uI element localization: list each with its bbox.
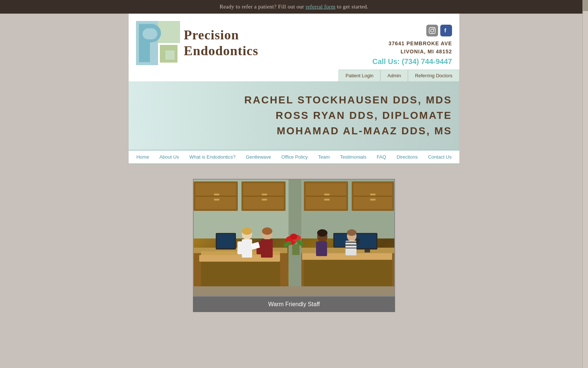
nav-testimonials[interactable]: Testimonials (335, 151, 372, 163)
social-icons: f (372, 25, 452, 36)
nav-gentlewave[interactable]: Gentlewave (241, 151, 276, 163)
svg-rect-50 (217, 234, 235, 248)
svg-point-64 (290, 234, 297, 240)
nav-faq[interactable]: FAQ (372, 151, 391, 163)
svg-rect-17 (214, 199, 219, 201)
svg-point-8 (431, 29, 434, 32)
top-banner: Ready to refer a patient? Fill out our r… (0, 0, 588, 14)
nav-bar: Home About Us What is Endodontics? Gentl… (129, 150, 459, 164)
banner-text-after: to get started. (336, 4, 369, 10)
address-line2: LIVONIA, MI 48152 (372, 47, 452, 56)
svg-rect-27 (324, 199, 330, 201)
facebook-icon[interactable]: f (440, 25, 452, 36)
svg-rect-53 (237, 241, 243, 254)
svg-text:f: f (444, 27, 447, 33)
photo-caption: Warm Friendly Staff (193, 297, 395, 312)
svg-rect-78 (194, 286, 395, 297)
svg-point-75 (347, 229, 356, 236)
svg-rect-46 (365, 250, 370, 252)
scrollbar[interactable] (582, 0, 588, 368)
admin-tab[interactable]: Admin (380, 70, 408, 81)
svg-rect-4 (143, 28, 157, 39)
svg-rect-59 (267, 241, 272, 254)
logo-title: Precision Endodontics (184, 27, 258, 59)
svg-point-69 (317, 229, 327, 237)
svg-rect-68 (316, 241, 327, 256)
nav-team[interactable]: Team (313, 151, 335, 163)
office-photo-svg (194, 180, 395, 297)
svg-rect-61 (292, 244, 300, 255)
svg-point-55 (242, 227, 252, 235)
svg-rect-54 (247, 241, 252, 254)
svg-rect-31 (370, 194, 376, 195)
instagram-icon[interactable] (426, 25, 438, 36)
svg-point-9 (433, 28, 434, 29)
hero-line3: MOHAMAD AL-MAAZ DDS, MS (136, 123, 452, 139)
nav-what-is-endodontics[interactable]: What is Endodontics? (184, 151, 241, 163)
contact-info: f 37641 PEMBROKE AVE LIVONIA, MI 48152 C… (372, 21, 452, 66)
svg-rect-16 (214, 194, 219, 195)
svg-rect-32 (370, 199, 376, 201)
header: Precision Endodontics f (129, 14, 459, 66)
svg-rect-21 (262, 194, 267, 195)
content-area: Warm Friendly Staff (129, 164, 459, 327)
svg-rect-6 (165, 50, 175, 60)
nav-office-policy[interactable]: Office Policy (276, 151, 313, 163)
nav-about-us[interactable]: About Us (154, 151, 184, 163)
main-container: Precision Endodontics f (129, 14, 459, 327)
nav-home[interactable]: Home (131, 151, 154, 163)
nav-directions[interactable]: Directions (391, 151, 423, 163)
hero-line1: RACHEL STOCKHAUSEN DDS, MDS (136, 92, 452, 108)
svg-rect-26 (324, 194, 330, 195)
banner-text-before: Ready to refer a patient? Fill out our (220, 4, 306, 10)
address-line1: 37641 PEMBROKE AVE (372, 39, 452, 47)
scrollbar-thumb[interactable] (583, 0, 588, 11)
nav-contact-us[interactable]: Contact Us (423, 151, 457, 163)
logo-icon (136, 21, 180, 65)
referral-form-link[interactable]: referral form (306, 4, 336, 10)
svg-point-60 (262, 227, 272, 235)
svg-rect-1 (158, 21, 180, 43)
phone-text[interactable]: Call Us: (734) 744-9447 (372, 57, 452, 66)
svg-rect-22 (262, 199, 267, 201)
login-bar: Patient Login Admin Referring Doctors (129, 70, 459, 81)
referring-doctors-tab[interactable]: Referring Doctors (408, 70, 459, 81)
logo-area: Precision Endodontics (136, 21, 258, 65)
hero-section: RACHEL STOCKHAUSEN DDS, MDS ROSS RYAN DD… (129, 81, 459, 150)
logo-text: Precision Endodontics (184, 27, 258, 59)
address-text: 37641 PEMBROKE AVE LIVONIA, MI 48152 (372, 39, 452, 56)
hero-line2: ROSS RYAN DDS, DIPLOMATE (136, 108, 452, 123)
svg-rect-7 (429, 28, 435, 34)
office-photo (193, 179, 395, 297)
patient-login-tab[interactable]: Patient Login (338, 70, 380, 81)
